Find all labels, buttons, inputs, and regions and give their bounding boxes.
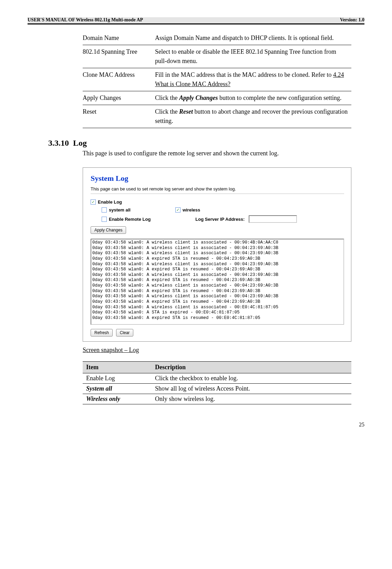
enable-log-label: Enable Log [98, 199, 122, 205]
parameters-table: Domain NameAssign Domain Name and dispat… [83, 31, 351, 128]
param-name: 802.1d Spanning Tree [83, 45, 155, 68]
page-header: USER'S MANUAL OF Wireless 802.11g Multi-… [28, 17, 364, 24]
screenshot-caption: Screen snapshot – Log [83, 346, 364, 354]
system-log-panel: System Log This page can be used to set … [83, 167, 351, 342]
header-left: USER'S MANUAL OF Wireless 802.11g Multi-… [28, 17, 143, 23]
header-right: Version: 1.0 [340, 17, 364, 23]
item-description-table: Item Description Enable LogClick the che… [83, 361, 351, 404]
item-desc: Only show wireless log. [152, 394, 351, 404]
item-name: System all [83, 384, 152, 394]
clear-button[interactable]: Clear [116, 329, 134, 337]
panel-desc: This page can be used to set remote log … [91, 186, 344, 192]
section-text: This page is used to configure the remot… [83, 150, 364, 157]
param-desc: Select to enable or disable the IEEE 802… [155, 45, 351, 68]
item-name: Enable Log [83, 373, 152, 384]
refresh-button[interactable]: Refresh [91, 329, 113, 337]
section-number: 3.3.10 [48, 138, 69, 147]
remote-log-row: Enable Remote Log Log Server IP Address: [102, 215, 344, 223]
enable-log-checkbox[interactable]: ✓ [91, 199, 96, 205]
system-all-label: system all [109, 207, 131, 213]
enable-log-row: ✓ Enable Log [91, 199, 344, 205]
section-title: Log [73, 138, 87, 147]
param-desc: Click the Apply Changes button to comple… [155, 91, 351, 105]
param-name: Apply Changes [83, 91, 155, 105]
item-desc: Show all log of wireless Access Point. [152, 384, 351, 394]
param-desc: Click the Reset button to abort change a… [155, 105, 351, 128]
divider [91, 194, 344, 194]
wireless-label: wireless [183, 207, 200, 213]
server-ip-label: Log Server IP Address: [195, 217, 245, 222]
enable-remote-label: Enable Remote Log [109, 217, 151, 222]
item-header: Item [83, 362, 152, 373]
apply-changes-button[interactable]: Apply Changes [91, 226, 126, 234]
server-ip-input[interactable] [249, 215, 297, 223]
system-all-checkbox[interactable] [102, 207, 107, 213]
item-desc: Click the checkbox to enable log. [152, 373, 351, 384]
log-textarea[interactable]: 0day 03:43:58 wlan0: A wireless client i… [91, 239, 344, 325]
param-name: Clone MAC Address [83, 68, 155, 91]
wireless-checkbox[interactable]: ✓ [175, 207, 180, 213]
enable-remote-checkbox[interactable] [102, 217, 107, 222]
description-header: Description [152, 362, 351, 373]
item-name: Wireless only [83, 394, 152, 404]
param-desc: Assign Domain Name and dispatch to DHCP … [155, 31, 351, 45]
param-desc: Fill in the MAC address that is the MAC … [155, 68, 351, 91]
param-name: Domain Name [83, 31, 155, 45]
system-all-row: system all ✓ wireless [102, 207, 344, 213]
section-heading: 3.3.10 Log [48, 138, 364, 148]
param-name: Reset [83, 105, 155, 128]
page-number: 25 [28, 422, 364, 428]
panel-title: System Log [91, 174, 344, 183]
